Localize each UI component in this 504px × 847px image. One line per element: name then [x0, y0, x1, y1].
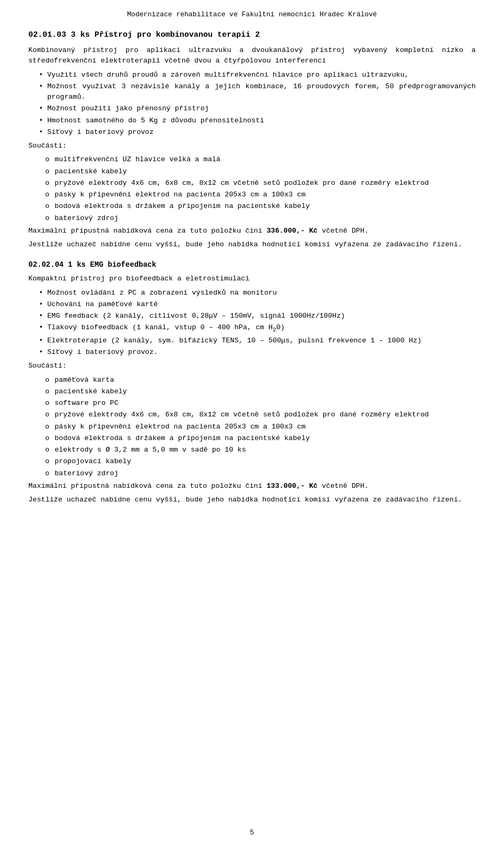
list-item: bodová elektroda s držákem a připojením … [44, 433, 476, 444]
list-item: Elektroterapie (2 kanály, sym. bifázický… [38, 336, 476, 346]
list-item: bodová elektroda s držákem a připojením … [44, 201, 476, 212]
list-item: Síťový i bateriový provoz. [38, 347, 476, 358]
section2-price-post: včetně DPH. [318, 482, 369, 490]
list-item: pacientské kabely [44, 386, 476, 397]
page: Modernizace rehabilitace ve Fakultní nem… [0, 0, 504, 847]
page-number: 5 [250, 829, 254, 836]
section-1: 02.01.03 3 ks Přístroj pro kombinovanou … [28, 29, 476, 250]
list-item: Síťový i bateriový provoz [38, 127, 476, 138]
section1-price-post: včetně DPH. [318, 227, 369, 235]
section1-notice: Jestliže uchazeč nabídne cenu vyšší, bud… [28, 239, 476, 250]
list-item: Hmotnost samotného do 5 Kg z důvodu přen… [38, 116, 476, 126]
section1-heading: 02.01.03 3 ks Přístroj pro kombinovanou … [28, 29, 476, 41]
section2-intro: Kompaktní přístroj pro biofeedback a ele… [28, 274, 476, 284]
list-item: bateriový zdroj [44, 468, 476, 479]
list-item: pásky k připevnění elektrod na pacienta … [44, 422, 476, 432]
section1-soucasti-label: Součásti: [28, 141, 476, 151]
section2-price: Maximální přípustná nabídková cena za tu… [28, 481, 476, 492]
section1-bullets: Využití všech druhů proudů a zároveň mul… [38, 70, 476, 138]
tlakovy-text: Tlakový biofeedback (1 kanál, vstup 0 – … [47, 323, 285, 331]
section2-soucasti-list: paměťová karta pacientské kabely softwar… [44, 375, 476, 479]
list-item: pacientské kabely [44, 166, 476, 177]
list-item: Možnost ovládání z PC a zobrazení výsled… [38, 288, 476, 298]
section1-intro: Kombinovaný přístroj pro aplikaci ultraz… [28, 45, 476, 67]
list-item: Využití všech druhů proudů a zároveň mul… [38, 70, 476, 80]
list-item: paměťová karta [44, 375, 476, 385]
section2-price-value: 133.000,- Kč [267, 482, 318, 490]
list-item: pryžové elektrody 4x6 cm, 6x8 cm, 8x12 c… [44, 178, 476, 189]
subscript-2: 2 [272, 327, 276, 333]
list-item: Uchování na paměťové kartě [38, 299, 476, 310]
header-title: Modernizace rehabilitace ve Fakultní nem… [127, 11, 377, 18]
page-footer: 5 [0, 828, 504, 838]
list-item: Možnost využívat 3 nezávislé kanály a je… [38, 81, 476, 103]
section1-price-value: 336.000,- Kč [267, 227, 318, 235]
section1-price: Maximální přípustná nabídková cena za tu… [28, 226, 476, 236]
section1-price-pre: Maximální přípustná nabídková cena za tu… [28, 227, 267, 235]
section-2: 02.02.04 1 ks EMG biofeedback Kompaktní … [28, 259, 476, 505]
list-item: EMG feedback (2 kanály, citlivost 0,28μV… [38, 311, 476, 321]
section2-soucasti-label: Součásti: [28, 361, 476, 371]
list-item: multifrekvenční UZ hlavice velká a malá [44, 154, 476, 165]
list-item: pásky k připevnění elektrod na pacienta … [44, 190, 476, 200]
list-item: propojovací kabely [44, 456, 476, 467]
section2-notice: Jestliže uchazeč nabídne cenu vyšší, bud… [28, 495, 476, 505]
section1-soucasti-list: multifrekvenční UZ hlavice velká a malá … [44, 154, 476, 224]
page-header: Modernizace rehabilitace ve Fakultní nem… [28, 9, 476, 20]
section2-bullets: Možnost ovládání z PC a zobrazení výsled… [38, 288, 476, 358]
list-item: software pro PC [44, 398, 476, 409]
list-item: bateriový zdroj [44, 213, 476, 224]
list-item: Tlakový biofeedback (1 kanál, vstup 0 – … [38, 322, 476, 334]
section2-price-pre: Maximální přípustná nabídková cena za tu… [28, 482, 267, 490]
list-item: Možnost použití jako přenosný přístroj [38, 103, 476, 114]
section2-heading: 02.02.04 1 ks EMG biofeedback [28, 259, 476, 270]
list-item: elektrody s Ø 3,2 mm a 5,0 mm v sadě po … [44, 445, 476, 455]
list-item: pryžové elektrody 4x6 cm, 6x8 cm, 8x12 c… [44, 410, 476, 420]
